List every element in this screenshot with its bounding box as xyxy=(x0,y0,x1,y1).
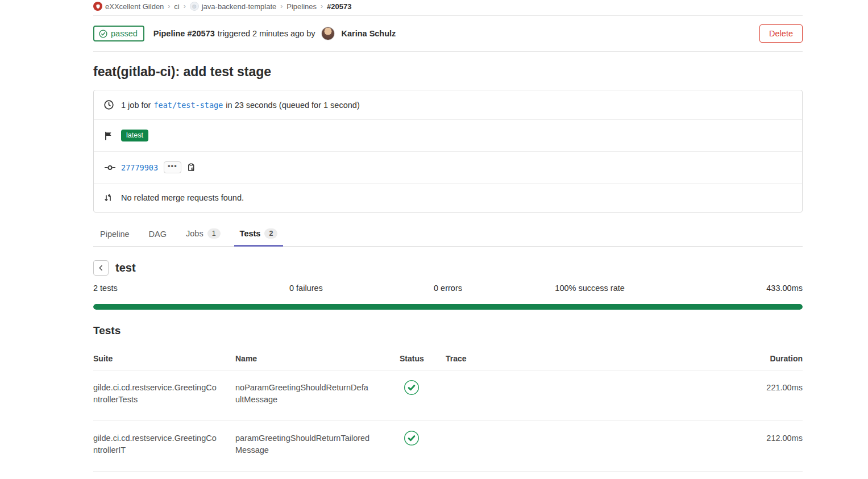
tests-section-heading: Tests xyxy=(93,324,803,337)
test-summary-stats: 2 tests 0 failures 0 errors 100% success… xyxy=(93,284,803,293)
status-badge-label: passed xyxy=(111,29,138,38)
breadcrumb-subgroup[interactable]: ci xyxy=(174,2,179,11)
pipeline-trigger-info: Pipeline #20573 triggered 2 minutes ago … xyxy=(153,27,396,40)
pipeline-tabs: Pipeline DAG Jobs 1 Tests 2 xyxy=(93,223,803,247)
commit-sha-link[interactable]: 27779903 xyxy=(121,163,158,172)
check-circle-icon xyxy=(99,30,107,38)
copy-commit-sha-icon[interactable] xyxy=(187,163,196,172)
test-suite-cell: gilde.ci.cd.restservice.GreetingControll… xyxy=(93,421,235,471)
latest-badge[interactable]: latest xyxy=(121,130,148,141)
job-count-text: 1 job for xyxy=(121,101,151,110)
table-row[interactable]: gilde.ci.cd.restservice.GreetingControll… xyxy=(93,421,803,472)
breadcrumb-subgroup-label: ci xyxy=(174,2,179,11)
breadcrumb-group[interactable]: eXXcellent Gilden xyxy=(93,2,164,11)
pipeline-page: eXXcellent Gilden › ci › ◍ java-backend-… xyxy=(93,0,803,472)
breadcrumb-pipeline-id: #20573 xyxy=(327,2,351,11)
breadcrumb-pipelines-label: Pipelines xyxy=(286,2,317,11)
merge-request-icon xyxy=(104,194,118,202)
breadcrumb-separator: › xyxy=(321,2,323,10)
column-header-suite: Suite xyxy=(93,348,235,370)
page-title: feat(gitlab-ci): add test stage xyxy=(93,64,803,80)
test-status-cell xyxy=(389,421,446,471)
table-row[interactable]: gilde.ci.cd.restservice.GreetingControll… xyxy=(93,370,803,421)
tab-dag-label: DAG xyxy=(149,230,167,239)
branch-link[interactable]: feat/test-stage xyxy=(153,101,223,110)
stat-success-rate: 100% success rate xyxy=(519,284,661,293)
test-suite-cell: gilde.ci.cd.restservice.GreetingControll… xyxy=(93,370,235,420)
latest-badge-row: latest xyxy=(94,120,802,152)
commit-row: 27779903 ••• xyxy=(94,152,802,184)
test-trace-cell xyxy=(446,370,734,420)
project-avatar: ◍ xyxy=(190,2,199,11)
test-duration-cell: 212.00ms xyxy=(734,421,803,471)
pipeline-id-label: Pipeline #20573 xyxy=(153,29,215,38)
breadcrumb: eXXcellent Gilden › ci › ◍ java-backend-… xyxy=(93,0,803,16)
breadcrumb-separator: › xyxy=(168,2,170,10)
column-header-status: Status xyxy=(389,348,446,370)
pipeline-status-header: passed Pipeline #20573 triggered 2 minut… xyxy=(93,16,803,52)
test-name-cell: noParamGreetingShouldReturnDefaultMessag… xyxy=(235,370,389,420)
column-header-trace: Trace xyxy=(446,348,734,370)
breadcrumb-group-label: eXXcellent Gilden xyxy=(105,2,164,11)
success-check-icon xyxy=(404,430,420,446)
success-progress-fill xyxy=(93,304,803,310)
job-duration-text: 1 job for feat/test-stage in 23 seconds … xyxy=(121,101,360,110)
jobs-count-badge: 1 xyxy=(207,228,221,239)
stat-errors: 0 errors xyxy=(377,284,519,293)
column-header-name: Name xyxy=(235,348,389,370)
delete-button[interactable]: Delete xyxy=(759,24,803,43)
breadcrumb-separator: › xyxy=(280,2,283,10)
test-suite-header: test xyxy=(93,260,803,276)
tests-count-badge: 2 xyxy=(264,228,277,239)
breadcrumb-separator: › xyxy=(184,2,186,10)
author-name[interactable]: Karina Schulz xyxy=(341,29,396,38)
breadcrumb-project[interactable]: ◍ java-backend-template xyxy=(190,2,277,11)
tab-tests[interactable]: Tests 2 xyxy=(239,223,279,246)
stat-duration: 433.00ms xyxy=(661,284,803,293)
no-merge-requests-text: No related merge requests found. xyxy=(121,193,244,202)
triggered-text: triggered 2 minutes ago by xyxy=(218,29,315,38)
test-trace-cell xyxy=(446,421,734,471)
pipeline-info-card: 1 job for feat/test-stage in 23 seconds … xyxy=(93,90,803,213)
expand-commit-button[interactable]: ••• xyxy=(164,161,181,173)
back-button[interactable] xyxy=(93,260,109,276)
tests-table: Suite Name Status Trace Duration gilde.c… xyxy=(93,348,803,472)
tab-jobs-label: Jobs xyxy=(186,229,203,238)
group-shield-avatar xyxy=(93,2,102,11)
test-duration-cell: 221.00ms xyxy=(734,370,803,420)
chevron-left-icon xyxy=(97,264,105,272)
tab-dag[interactable]: DAG xyxy=(148,224,168,246)
tab-tests-label: Tests xyxy=(240,229,261,238)
clock-icon xyxy=(104,100,118,110)
suite-title: test xyxy=(115,261,136,274)
tab-pipeline[interactable]: Pipeline xyxy=(99,224,131,246)
test-status-cell xyxy=(389,370,446,420)
job-duration-row: 1 job for feat/test-stage in 23 seconds … xyxy=(94,90,802,120)
test-name-cell: paramGreetingShouldReturnTailoredMessage xyxy=(235,421,389,471)
flag-icon xyxy=(104,131,118,140)
success-progress-bar xyxy=(93,304,803,310)
tab-pipeline-label: Pipeline xyxy=(100,230,130,239)
stat-failures: 0 failures xyxy=(235,284,377,293)
job-time-text: in 23 seconds (queued for 1 second) xyxy=(226,101,359,110)
pipeline-status-badge[interactable]: passed xyxy=(93,26,144,41)
tab-jobs[interactable]: Jobs 1 xyxy=(185,223,222,246)
tests-table-header: Suite Name Status Trace Duration xyxy=(93,348,803,370)
merge-request-row: No related merge requests found. xyxy=(94,184,802,212)
avatar[interactable] xyxy=(321,27,335,40)
breadcrumb-pipelines[interactable]: Pipelines xyxy=(286,2,317,11)
breadcrumb-project-label: java-backend-template xyxy=(202,2,277,11)
commit-icon xyxy=(104,164,118,171)
stat-total-tests: 2 tests xyxy=(93,284,235,293)
success-check-icon xyxy=(404,380,420,395)
column-header-duration: Duration xyxy=(734,348,803,370)
